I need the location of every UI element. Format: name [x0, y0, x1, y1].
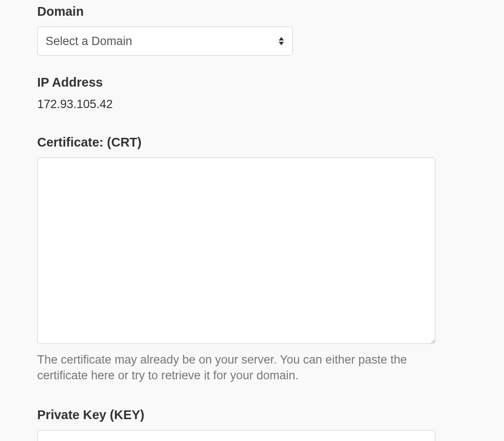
- certificate-label: Certificate: (CRT): [37, 135, 467, 150]
- ip-address-group: IP Address 172.93.105.42: [37, 75, 467, 111]
- ssl-install-form: Domain Select a Domain IP Address 172.93…: [0, 0, 504, 441]
- domain-select-wrapper: Select a Domain: [37, 27, 293, 56]
- private-key-label: Private Key (KEY): [37, 408, 467, 422]
- domain-select[interactable]: Select a Domain: [37, 27, 293, 56]
- ip-address-label: IP Address: [37, 75, 467, 90]
- private-key-group: Private Key (KEY): [37, 408, 467, 441]
- ip-address-value: 172.93.105.42: [37, 98, 467, 111]
- domain-label: Domain: [37, 4, 467, 19]
- certificate-textarea[interactable]: [37, 158, 435, 344]
- certificate-group: Certificate: (CRT) The certificate may a…: [37, 135, 467, 384]
- certificate-help-text: The certificate may already be on your s…: [37, 352, 435, 384]
- domain-group: Domain Select a Domain: [37, 4, 467, 56]
- private-key-textarea[interactable]: [37, 430, 435, 441]
